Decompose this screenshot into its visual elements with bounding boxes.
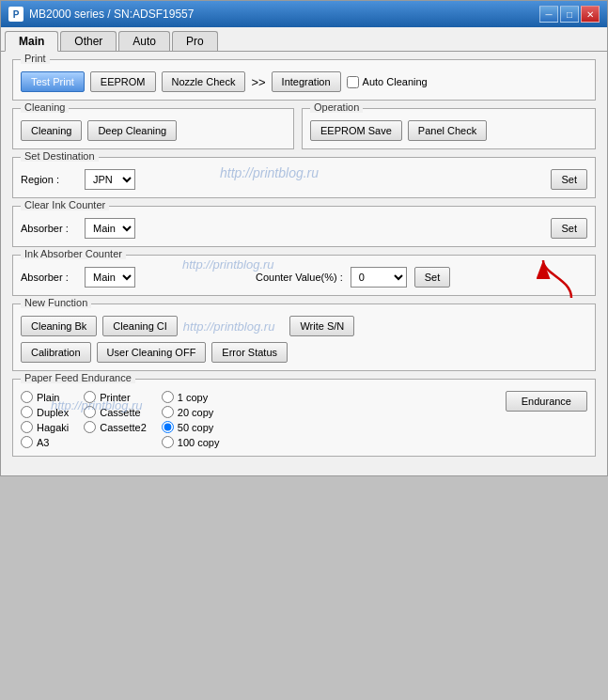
paper-feed-label: Paper Feed Endurance [21, 372, 135, 383]
radio-20copy-label: 20 copy [178, 407, 214, 418]
tab-main[interactable]: Main [5, 31, 58, 52]
print-section-label: Print [21, 53, 50, 64]
set-destination-button[interactable]: Set [551, 169, 587, 190]
eeprom-save-button[interactable]: EEPROM Save [310, 120, 402, 141]
clear-ink-content: Absorber : Main Sub Set [21, 218, 587, 239]
radio-plain-input[interactable] [21, 391, 33, 403]
radio-20copy-input[interactable] [162, 406, 174, 418]
error-status-button[interactable]: Error Status [211, 342, 288, 363]
radio-100copy: 100 copy [162, 436, 220, 448]
main-content: Print Test Print EEPROM Nozzle Check >> … [1, 52, 607, 475]
print-buttons: Test Print EEPROM Nozzle Check >> Integr… [21, 71, 587, 92]
endurance-button[interactable]: Endurance [506, 391, 587, 412]
copy-column: 1 copy 20 copy 50 copy 100 copy [162, 391, 220, 448]
close-button[interactable]: ✕ [581, 6, 600, 23]
tab-auto[interactable]: Auto [118, 31, 170, 51]
window-title: MB2000 series / SN:ADSF19557 [29, 8, 194, 21]
radio-printer-input[interactable] [84, 391, 96, 403]
radio-duplex-input[interactable] [21, 406, 33, 418]
auto-cleaning-label: Auto Cleaning [363, 76, 428, 87]
radio-1copy-input[interactable] [162, 391, 174, 403]
title-bar: P MB2000 series / SN:ADSF19557 ─ □ ✕ [1, 1, 607, 27]
radio-hagaki-label: Hagaki [37, 422, 69, 433]
ink-absorber-row: Absorber : Main Sub http://printblog.ru … [21, 267, 587, 288]
source-column: Plain Duplex Hagaki A3 [21, 391, 69, 448]
maximize-button[interactable]: □ [560, 6, 579, 23]
type-column: Printer Cassette Cassette2 [84, 391, 147, 433]
cleaning-bk-button[interactable]: Cleaning Bk [21, 316, 97, 336]
counter-value-select[interactable]: 0102030 40506070 8090100 [351, 267, 407, 288]
deep-cleaning-button[interactable]: Deep Cleaning [87, 120, 177, 141]
calibration-button[interactable]: Calibration [21, 342, 91, 363]
radio-cassette2-label: Cassette2 [100, 422, 147, 433]
tab-other[interactable]: Other [60, 31, 117, 51]
cleaning-section-label: Cleaning [21, 101, 69, 113]
operation-section-label: Operation [310, 101, 363, 113]
absorber-select-2[interactable]: Main Sub [85, 267, 135, 288]
radio-cassette-label: Cassette [100, 407, 140, 418]
auto-cleaning-checkbox[interactable] [347, 76, 359, 88]
radio-100copy-label: 100 copy [178, 437, 220, 448]
cleaning-button[interactable]: Cleaning [21, 120, 82, 141]
radio-hagaki: Hagaki [21, 421, 69, 433]
radio-1copy: 1 copy [162, 391, 220, 403]
operation-section: Operation EEPROM Save Panel Check [302, 108, 596, 149]
set-destination-section: Set Destination Region : JPN USA EUR htt… [12, 157, 596, 198]
window-controls: ─ □ ✕ [539, 6, 600, 23]
write-sn-button[interactable]: Write S/N [289, 316, 354, 336]
radio-1copy-label: 1 copy [178, 392, 208, 403]
auto-cleaning-checkbox-item: Auto Cleaning [347, 76, 428, 88]
ink-absorber-label: Ink Absorber Counter [21, 248, 126, 259]
radio-50copy-label: 50 copy [178, 422, 214, 433]
integration-button[interactable]: Integration [272, 71, 341, 92]
radio-50copy-input[interactable] [162, 421, 174, 433]
radio-a3-label: A3 [37, 437, 49, 448]
absorber-select-1[interactable]: Main Sub [85, 218, 135, 239]
paper-feed-section: Paper Feed Endurance http://printblog.ru… [12, 379, 596, 457]
operation-buttons: EEPROM Save Panel Check [310, 120, 587, 141]
cleaning-ci-button[interactable]: Cleaning CI [102, 316, 177, 336]
radio-a3: A3 [21, 436, 69, 448]
radio-cassette2: Cassette2 [84, 421, 147, 433]
radio-printer-label: Printer [100, 392, 130, 403]
gt-icon: >> [251, 75, 265, 89]
clear-ink-section: Clear Ink Counter Absorber : Main Sub Se… [12, 206, 596, 247]
new-function-label: New Function [21, 297, 91, 308]
ink-absorber-set-button[interactable]: Set [414, 267, 451, 288]
radio-cassette-input[interactable] [84, 406, 96, 418]
radio-100copy-input[interactable] [162, 436, 174, 448]
radio-cassette2-input[interactable] [84, 421, 96, 433]
watermark-set-destination: http://printblog.ru [220, 165, 319, 180]
absorber-label-1: Absorber : [21, 223, 77, 234]
radio-hagaki-input[interactable] [21, 421, 33, 433]
arrow-indicator [534, 251, 585, 307]
endurance-button-wrapper: Endurance [506, 391, 587, 412]
watermark-new-function: http://printblog.ru [183, 319, 275, 334]
new-function-content: Cleaning Bk Cleaning CI http://printblog… [21, 316, 587, 363]
user-cleaning-button[interactable]: User Cleaning OFF [97, 342, 207, 363]
set-destination-label: Set Destination [21, 150, 99, 162]
cleaning-operation-row: Cleaning Cleaning Deep Cleaning Operatio… [12, 108, 596, 149]
nozzle-check-button[interactable]: Nozzle Check [162, 71, 246, 92]
eeprom-button[interactable]: EEPROM [90, 71, 156, 92]
app-icon: P [8, 7, 23, 22]
new-function-row2: Calibration User Cleaning OFF Error Stat… [21, 342, 587, 363]
clear-ink-label: Clear Ink Counter [21, 199, 109, 210]
test-print-button[interactable]: Test Print [21, 71, 85, 92]
print-section: Print Test Print EEPROM Nozzle Check >> … [12, 59, 596, 101]
panel-check-button[interactable]: Panel Check [408, 120, 487, 141]
radio-duplex: Duplex [21, 406, 69, 418]
tab-pro[interactable]: Pro [172, 31, 218, 51]
title-bar-left: P MB2000 series / SN:ADSF19557 [8, 7, 194, 22]
region-select[interactable]: JPN USA EUR [85, 169, 135, 190]
main-window: P MB2000 series / SN:ADSF19557 ─ □ ✕ Mai… [0, 0, 608, 476]
radio-plain: Plain [21, 391, 69, 403]
radio-printer: Printer [84, 391, 147, 403]
watermark-ink-absorber: http://printblog.ru [182, 257, 274, 272]
radio-a3-input[interactable] [21, 436, 33, 448]
minimize-button[interactable]: ─ [539, 6, 558, 23]
new-function-section: New Function Cleaning Bk Cleaning CI htt… [12, 303, 596, 371]
clear-ink-set-button[interactable]: Set [551, 218, 587, 239]
ink-absorber-section: Ink Absorber Counter Absorber : Main Sub… [12, 255, 596, 296]
new-function-row1: Cleaning Bk Cleaning CI http://printblog… [21, 316, 587, 336]
